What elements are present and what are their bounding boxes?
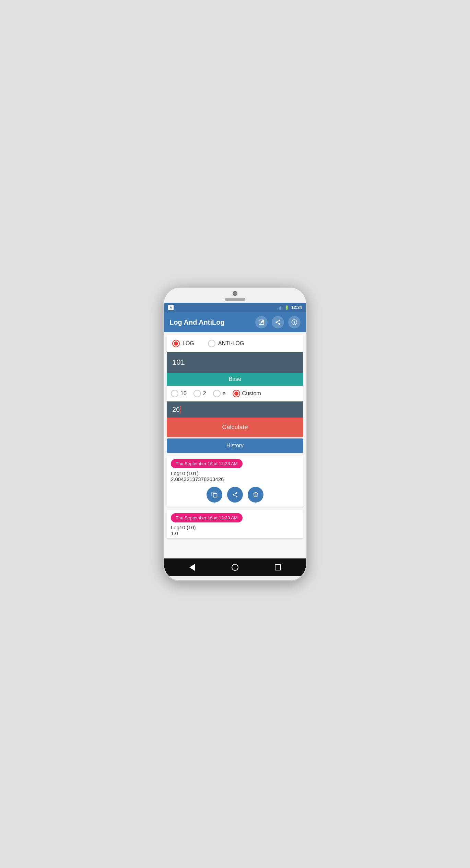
base-custom-radio[interactable] <box>233 390 240 397</box>
history-result-2: 1.0 <box>171 530 299 536</box>
base-e-radio[interactable] <box>213 390 221 397</box>
recent-button[interactable] <box>272 561 284 574</box>
log-label: LOG <box>183 340 194 347</box>
svg-marker-2 <box>279 308 280 310</box>
number-input-value: 101 <box>172 358 185 367</box>
history-item-1: Thu September 16 at 12:23 AM Log10 (101)… <box>167 456 303 507</box>
camera <box>233 291 237 296</box>
svg-point-6 <box>275 322 277 323</box>
base-header: Base <box>167 373 303 386</box>
status-bar-left: A <box>168 305 174 310</box>
number-input-field[interactable]: 101 <box>167 352 303 373</box>
base-2-option[interactable]: 2 <box>193 390 206 397</box>
history-calc-2: Log10 (10) 1.0 <box>167 525 303 538</box>
svg-point-16 <box>236 496 237 497</box>
history-calc-1: Log10 (101) 2.00432137378263426 <box>167 470 303 484</box>
base-10-option[interactable]: 10 <box>171 390 187 397</box>
base-label: Base <box>229 376 241 382</box>
mode-radio-group: LOG ANTI-LOG <box>167 335 303 352</box>
bottom-nav <box>164 558 306 576</box>
history-expression-2: Log10 (10) <box>171 525 299 530</box>
cursor <box>180 406 181 413</box>
base-2-radio[interactable] <box>193 390 201 397</box>
calculate-label: Calculate <box>222 424 248 431</box>
base-10-radio[interactable] <box>171 390 178 397</box>
base-10-label: 10 <box>180 390 187 397</box>
custom-input-field[interactable]: 26 <box>167 401 303 418</box>
svg-line-17 <box>234 495 236 496</box>
status-bar: A 🔋 12:24 <box>164 303 306 312</box>
base-e-option[interactable]: e <box>213 390 226 397</box>
history-expression-1: Log10 (101) <box>171 470 299 476</box>
phone-frame: A 🔋 12:24 Log And AntiLog <box>163 287 307 581</box>
edit-button[interactable] <box>255 316 268 328</box>
back-icon <box>189 564 195 571</box>
svg-line-9 <box>277 321 279 322</box>
base-2-label: 2 <box>203 390 206 397</box>
antilog-label: ANTI-LOG <box>218 340 244 347</box>
svg-point-7 <box>279 323 280 325</box>
svg-point-15 <box>233 494 234 496</box>
battery-icon: 🔋 <box>284 305 289 310</box>
svg-marker-3 <box>278 309 278 310</box>
svg-line-8 <box>277 323 279 324</box>
phone-screen: A 🔋 12:24 Log And AntiLog <box>164 303 306 576</box>
app-title: Log And AntiLog <box>169 318 251 326</box>
main-content: LOG ANTI-LOG 101 Base <box>164 332 306 558</box>
phone-top-bar <box>164 288 306 303</box>
antilog-radio[interactable] <box>208 340 215 347</box>
recent-icon <box>275 564 281 570</box>
base-custom-option[interactable]: Custom <box>233 390 261 397</box>
log-option[interactable]: LOG <box>172 340 194 347</box>
history-timestamp-2: Thu September 16 at 12:23 AM <box>167 510 303 525</box>
info-button[interactable] <box>288 316 301 328</box>
svg-rect-13 <box>213 494 217 497</box>
base-radio-group: 10 2 e Custom <box>167 386 303 401</box>
svg-point-14 <box>236 492 237 494</box>
base-e-label: e <box>223 390 226 397</box>
svg-point-5 <box>279 320 280 322</box>
timestamp-badge-1: Thu September 16 at 12:23 AM <box>171 459 243 468</box>
android-icon: A <box>168 305 174 310</box>
custom-input-value: 26 <box>172 406 180 413</box>
antilog-option[interactable]: ANTI-LOG <box>208 340 244 347</box>
back-button[interactable] <box>186 561 198 574</box>
calculator-card: LOG ANTI-LOG 101 Base <box>167 335 303 437</box>
delete-button-1[interactable] <box>248 487 263 503</box>
status-bar-right: 🔋 12:24 <box>278 305 302 310</box>
share-button-1[interactable] <box>227 487 243 503</box>
history-result-1: 2.00432137378263426 <box>171 476 299 482</box>
history-label: History <box>226 443 244 448</box>
phone-bottom-bar <box>164 576 306 580</box>
signal-icon <box>278 305 282 310</box>
copy-button-1[interactable] <box>207 487 222 503</box>
svg-marker-0 <box>282 305 282 310</box>
timestamp-badge-2: Thu September 16 at 12:23 AM <box>171 513 243 522</box>
log-radio[interactable] <box>172 340 180 347</box>
app-bar: Log And AntiLog <box>164 312 306 332</box>
home-button[interactable] <box>229 561 241 574</box>
history-actions-1 <box>167 484 303 507</box>
svg-line-18 <box>234 493 236 494</box>
history-timestamp-1: Thu September 16 at 12:23 AM <box>167 456 303 470</box>
history-header: History <box>167 438 303 453</box>
share-button[interactable] <box>272 316 284 328</box>
status-time: 12:24 <box>291 305 302 310</box>
svg-marker-1 <box>280 306 281 310</box>
speaker <box>225 298 245 301</box>
calculate-button[interactable]: Calculate <box>167 418 303 437</box>
home-icon <box>232 564 238 571</box>
base-custom-label: Custom <box>242 390 261 397</box>
history-item-2: Thu September 16 at 12:23 AM Log10 (10) … <box>167 510 303 539</box>
